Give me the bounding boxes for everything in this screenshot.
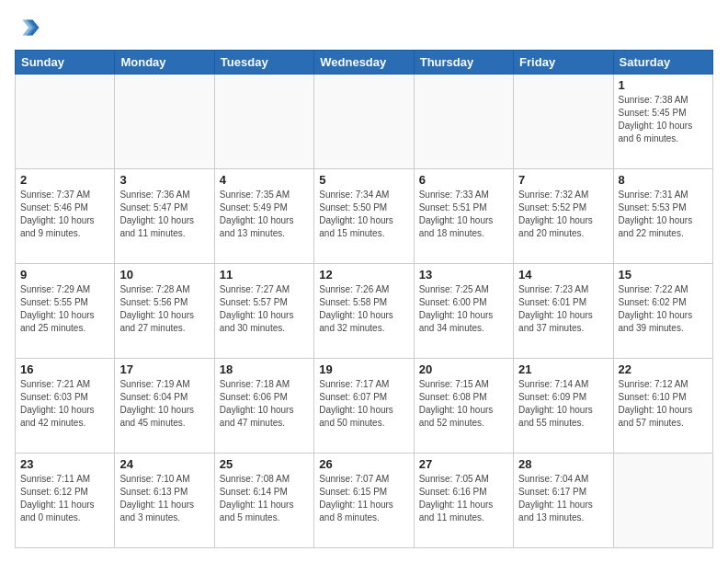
calendar: SundayMondayTuesdayWednesdayThursdayFrid… [15,50,713,548]
day-number: 22 [619,362,708,376]
day-info: Sunrise: 7:25 AM Sunset: 6:00 PM Dayligh… [419,283,508,335]
day-info: Sunrise: 7:31 AM Sunset: 5:53 PM Dayligh… [619,189,708,240]
calendar-cell: 8Sunrise: 7:31 AM Sunset: 5:53 PM Daylig… [613,169,712,264]
day-info: Sunrise: 7:32 AM Sunset: 5:52 PM Dayligh… [518,189,608,240]
day-info: Sunrise: 7:11 AM Sunset: 6:12 PM Dayligh… [20,473,109,524]
day-info: Sunrise: 7:17 AM Sunset: 6:07 PM Dayligh… [319,378,408,430]
day-info: Sunrise: 7:35 AM Sunset: 5:49 PM Dayligh… [220,189,309,240]
calendar-cell: 23Sunrise: 7:11 AM Sunset: 6:12 PM Dayli… [16,454,115,548]
day-info: Sunrise: 7:37 AM Sunset: 5:46 PM Dayligh… [20,189,109,240]
day-number: 24 [119,457,209,471]
logo [15,15,44,40]
day-number: 14 [518,268,608,282]
day-number: 18 [220,362,309,376]
day-number: 8 [619,173,708,187]
day-info: Sunrise: 7:33 AM Sunset: 5:51 PM Dayligh… [419,189,508,240]
day-info: Sunrise: 7:15 AM Sunset: 6:08 PM Dayligh… [419,378,508,430]
header [15,15,713,40]
calendar-cell: 4Sunrise: 7:35 AM Sunset: 5:49 PM Daylig… [214,169,313,264]
day-number: 7 [518,173,608,187]
day-number: 10 [119,268,209,282]
calendar-cell: 17Sunrise: 7:19 AM Sunset: 6:04 PM Dayli… [115,359,214,454]
day-header: Friday [514,51,613,75]
calendar-week-row: 2Sunrise: 7:37 AM Sunset: 5:46 PM Daylig… [16,169,713,264]
day-info: Sunrise: 7:19 AM Sunset: 6:04 PM Dayligh… [119,378,209,430]
day-number: 16 [20,362,109,376]
day-info: Sunrise: 7:04 AM Sunset: 6:17 PM Dayligh… [518,473,608,524]
day-header: Monday [115,51,214,75]
calendar-week-row: 1Sunrise: 7:38 AM Sunset: 5:45 PM Daylig… [16,75,713,169]
calendar-cell: 2Sunrise: 7:37 AM Sunset: 5:46 PM Daylig… [16,169,115,264]
logo-icon [15,15,40,40]
day-info: Sunrise: 7:38 AM Sunset: 5:45 PM Dayligh… [619,94,708,145]
day-info: Sunrise: 7:29 AM Sunset: 5:55 PM Dayligh… [20,283,109,335]
calendar-cell: 28Sunrise: 7:04 AM Sunset: 6:17 PM Dayli… [514,454,613,548]
calendar-cell: 10Sunrise: 7:28 AM Sunset: 5:56 PM Dayli… [115,264,214,359]
day-number: 9 [20,268,109,282]
calendar-cell: 26Sunrise: 7:07 AM Sunset: 6:15 PM Dayli… [314,454,414,548]
calendar-cell: 13Sunrise: 7:25 AM Sunset: 6:00 PM Dayli… [414,264,513,359]
day-info: Sunrise: 7:18 AM Sunset: 6:06 PM Dayligh… [220,378,309,430]
calendar-cell [214,75,313,169]
day-info: Sunrise: 7:27 AM Sunset: 5:57 PM Dayligh… [220,283,309,335]
calendar-cell: 24Sunrise: 7:10 AM Sunset: 6:13 PM Dayli… [115,454,214,548]
day-number: 2 [20,173,109,187]
calendar-cell: 11Sunrise: 7:27 AM Sunset: 5:57 PM Dayli… [214,264,313,359]
day-number: 5 [319,173,408,187]
calendar-week-row: 16Sunrise: 7:21 AM Sunset: 6:03 PM Dayli… [16,359,713,454]
day-number: 3 [119,173,209,187]
day-number: 19 [319,362,408,376]
calendar-cell: 9Sunrise: 7:29 AM Sunset: 5:55 PM Daylig… [16,264,115,359]
calendar-cell: 1Sunrise: 7:38 AM Sunset: 5:45 PM Daylig… [613,75,712,169]
day-number: 25 [220,457,309,471]
day-info: Sunrise: 7:36 AM Sunset: 5:47 PM Dayligh… [119,189,209,240]
day-info: Sunrise: 7:28 AM Sunset: 5:56 PM Dayligh… [119,283,209,335]
calendar-cell: 7Sunrise: 7:32 AM Sunset: 5:52 PM Daylig… [514,169,613,264]
day-info: Sunrise: 7:12 AM Sunset: 6:10 PM Dayligh… [619,378,708,430]
day-header: Tuesday [214,51,313,75]
calendar-cell: 19Sunrise: 7:17 AM Sunset: 6:07 PM Dayli… [314,359,414,454]
day-header: Saturday [613,51,712,75]
day-number: 20 [419,362,508,376]
calendar-cell: 12Sunrise: 7:26 AM Sunset: 5:58 PM Dayli… [314,264,414,359]
day-info: Sunrise: 7:34 AM Sunset: 5:50 PM Dayligh… [319,189,408,240]
day-number: 13 [419,268,508,282]
calendar-week-row: 23Sunrise: 7:11 AM Sunset: 6:12 PM Dayli… [16,454,713,548]
calendar-header-row: SundayMondayTuesdayWednesdayThursdayFrid… [16,51,713,75]
calendar-cell: 14Sunrise: 7:23 AM Sunset: 6:01 PM Dayli… [514,264,613,359]
calendar-cell [115,75,214,169]
day-info: Sunrise: 7:08 AM Sunset: 6:14 PM Dayligh… [220,473,309,524]
calendar-cell [414,75,513,169]
day-number: 21 [518,362,608,376]
day-number: 26 [319,457,408,471]
calendar-cell: 5Sunrise: 7:34 AM Sunset: 5:50 PM Daylig… [314,169,414,264]
day-header: Wednesday [314,51,414,75]
calendar-cell: 25Sunrise: 7:08 AM Sunset: 6:14 PM Dayli… [214,454,313,548]
day-number: 28 [518,457,608,471]
day-number: 1 [619,78,708,92]
calendar-cell [16,75,115,169]
calendar-cell: 3Sunrise: 7:36 AM Sunset: 5:47 PM Daylig… [115,169,214,264]
day-number: 17 [119,362,209,376]
day-number: 11 [220,268,309,282]
calendar-cell: 22Sunrise: 7:12 AM Sunset: 6:10 PM Dayli… [613,359,712,454]
day-number: 12 [319,268,408,282]
calendar-cell: 18Sunrise: 7:18 AM Sunset: 6:06 PM Dayli… [214,359,313,454]
day-info: Sunrise: 7:14 AM Sunset: 6:09 PM Dayligh… [518,378,608,430]
day-number: 4 [220,173,309,187]
day-info: Sunrise: 7:05 AM Sunset: 6:16 PM Dayligh… [419,473,508,524]
day-number: 27 [419,457,508,471]
day-number: 23 [20,457,109,471]
calendar-cell: 16Sunrise: 7:21 AM Sunset: 6:03 PM Dayli… [16,359,115,454]
calendar-cell [613,454,712,548]
day-info: Sunrise: 7:21 AM Sunset: 6:03 PM Dayligh… [20,378,109,430]
day-info: Sunrise: 7:22 AM Sunset: 6:02 PM Dayligh… [619,283,708,335]
day-number: 6 [419,173,508,187]
calendar-cell: 21Sunrise: 7:14 AM Sunset: 6:09 PM Dayli… [514,359,613,454]
calendar-cell: 15Sunrise: 7:22 AM Sunset: 6:02 PM Dayli… [613,264,712,359]
day-info: Sunrise: 7:07 AM Sunset: 6:15 PM Dayligh… [319,473,408,524]
day-info: Sunrise: 7:26 AM Sunset: 5:58 PM Dayligh… [319,283,408,335]
page: SundayMondayTuesdayWednesdayThursdayFrid… [0,0,728,563]
day-header: Thursday [414,51,513,75]
calendar-cell: 6Sunrise: 7:33 AM Sunset: 5:51 PM Daylig… [414,169,513,264]
